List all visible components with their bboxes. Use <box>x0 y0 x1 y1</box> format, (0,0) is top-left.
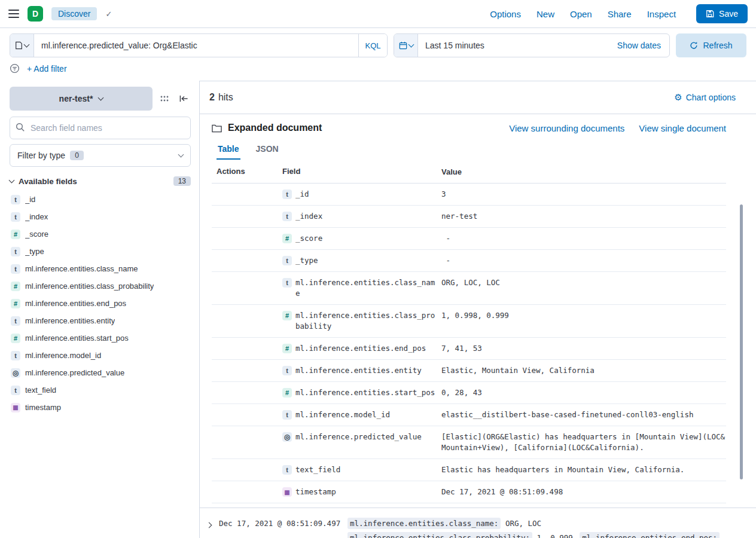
field-type-icon: # <box>282 311 292 320</box>
tab-json[interactable]: JSON <box>255 139 280 160</box>
query-input[interactable] <box>34 34 358 57</box>
grid-icon[interactable] <box>157 91 172 106</box>
row-actions-cell <box>212 409 278 420</box>
nav-new-link[interactable]: New <box>536 9 554 19</box>
field-type-icon: ▦ <box>11 403 20 412</box>
table-row: ttext_field Elastic has headquarters in … <box>212 459 726 481</box>
row-actions-cell <box>212 365 278 376</box>
field-type-icon: t <box>282 189 292 199</box>
field-type-icon: t <box>282 278 292 288</box>
field-list-item[interactable]: t _index <box>10 208 191 225</box>
field-type-icon: t <box>11 316 20 326</box>
row-actions-cell <box>212 310 278 332</box>
field-list-item[interactable]: ◎ ml.inference.predicted_value <box>10 364 191 381</box>
table-row: t_id 3 <box>212 184 726 206</box>
row-actions-cell <box>212 211 278 222</box>
field-list-item[interactable]: # ml.inference.entities.end_pos <box>10 295 191 312</box>
table-row: #ml.inference.entities.start_pos 0, 28, … <box>212 382 726 404</box>
query-language-button[interactable]: KQL <box>358 34 387 57</box>
discover-main-panel: 2 hits ⚙ Chart options Expanded document… <box>199 81 756 538</box>
row-field-name: ml.inference.model_id <box>295 409 437 420</box>
filter-set-icon[interactable] <box>10 63 20 74</box>
chart-options-link[interactable]: ⚙ Chart options <box>674 92 736 103</box>
save-button[interactable]: Save <box>696 4 748 23</box>
table-row: #ml.inference.entities.end_pos 7, 41, 53 <box>212 338 726 360</box>
field-list-item[interactable]: # _score <box>10 225 191 243</box>
table-row: ◎ml.inference.predicted_value [Elastic](… <box>212 426 726 459</box>
chevron-down-icon <box>408 42 414 48</box>
field-type-icon: t <box>282 212 292 221</box>
expand-row-icon[interactable] <box>207 519 219 529</box>
field-type-icon: # <box>282 344 292 353</box>
view-surrounding-documents-link[interactable]: View surrounding documents <box>509 123 624 133</box>
saved-query-icon <box>15 41 23 50</box>
field-type-icon: ▦ <box>282 487 292 497</box>
filter-by-type-dropdown[interactable]: Filter by type 0 <box>10 144 191 167</box>
index-pattern-selector[interactable]: ner-test* <box>10 87 153 111</box>
nav-inspect-link[interactable]: Inspect <box>647 9 676 19</box>
menu-icon[interactable] <box>8 10 19 18</box>
row-actions-cell <box>212 487 278 497</box>
row-field-name: _type <box>295 255 437 266</box>
field-list-item[interactable]: t _id <box>10 191 191 208</box>
field-list-item[interactable]: ▦ timestamp <box>10 399 191 416</box>
row-field-name: ml.inference.predicted_value <box>295 432 437 442</box>
row-field-value: elastic__distilbert-base-cased-finetuned… <box>437 409 726 420</box>
field-list-item[interactable]: t ml.inference.entities.entity <box>10 312 191 329</box>
expanded-document-title: Expanded document <box>228 123 322 133</box>
row-field-name: ml.inference.entities.class_name <box>295 277 437 299</box>
datepicker-menu-button[interactable] <box>394 34 418 57</box>
field-type-icon: ◎ <box>282 432 292 442</box>
row-field-value: ner-test <box>437 211 726 222</box>
field-type-icon: # <box>11 299 20 308</box>
row-field-value: - <box>437 233 726 244</box>
vertical-scrollbar[interactable] <box>740 204 743 479</box>
time-range-value[interactable]: Last 15 minutes <box>418 34 609 57</box>
space-avatar[interactable]: D <box>28 6 43 22</box>
nav-open-link[interactable]: Open <box>570 9 592 19</box>
row-field-value: 1, 0.998, 0.999 <box>437 310 726 332</box>
breadcrumb-discover[interactable]: Discover <box>51 7 97 20</box>
calendar-icon <box>399 41 407 50</box>
row-field-value: - <box>437 255 726 266</box>
table-row: tml.inference.entities.entity Elastic, M… <box>212 360 726 382</box>
table-row: ▦timestamp Dec 17, 2021 @ 08:51:09.498 <box>212 481 726 503</box>
field-type-icon: t <box>11 264 20 274</box>
table-row: tml.inference.entities.class_name ORG, L… <box>212 272 726 305</box>
available-fields-heading: Available fields <box>19 177 77 186</box>
field-search-input[interactable] <box>10 117 191 139</box>
search-icon <box>16 123 25 132</box>
tab-table[interactable]: Table <box>217 139 240 160</box>
chevron-down-icon <box>178 152 184 158</box>
document-summary: ml.inference.entities.class_name: ORG, L… <box>347 516 731 538</box>
field-type-icon: t <box>11 386 20 395</box>
chevron-down-icon[interactable] <box>9 178 15 184</box>
field-list-item[interactable]: t _type <box>10 243 191 260</box>
chevron-down-icon <box>24 42 30 48</box>
field-type-icon: t <box>282 465 292 475</box>
refresh-button[interactable]: Refresh <box>676 33 746 57</box>
show-dates-link[interactable]: Show dates <box>609 34 669 57</box>
field-type-icon: t <box>282 410 292 420</box>
document-list-row: Dec 17, 2021 @ 08:51:09.497 ml.inference… <box>200 508 756 538</box>
saved-query-menu-button[interactable] <box>10 34 34 57</box>
field-list-item[interactable]: # ml.inference.entities.start_pos <box>10 329 191 347</box>
field-list-item[interactable]: t text_field <box>10 381 191 399</box>
gear-icon: ⚙ <box>674 92 682 103</box>
row-field-name: ml.inference.entities.end_pos <box>295 343 437 354</box>
field-list-item[interactable]: t ml.inference.entities.class_name <box>10 260 191 277</box>
field-list-item[interactable]: # ml.inference.entities.class_probabilit… <box>10 277 191 295</box>
refresh-icon <box>690 41 698 50</box>
row-actions-cell <box>212 277 278 299</box>
filter-type-count-badge: 0 <box>70 151 84 160</box>
add-filter-link[interactable]: + Add filter <box>27 64 67 74</box>
row-field-name: ml.inference.entities.class_probability <box>295 310 437 332</box>
row-field-value: Elastic has headquarters in Mountain Vie… <box>437 464 726 475</box>
collapse-sidebar-icon[interactable] <box>176 91 191 106</box>
table-row: t_type - <box>212 250 726 272</box>
field-list-item[interactable]: t ml.inference.model_id <box>10 347 191 364</box>
table-header-row: Actions Field Value <box>212 161 726 184</box>
nav-options-link[interactable]: Options <box>490 9 521 19</box>
view-single-document-link[interactable]: View single document <box>639 123 726 133</box>
nav-share-link[interactable]: Share <box>608 9 632 19</box>
